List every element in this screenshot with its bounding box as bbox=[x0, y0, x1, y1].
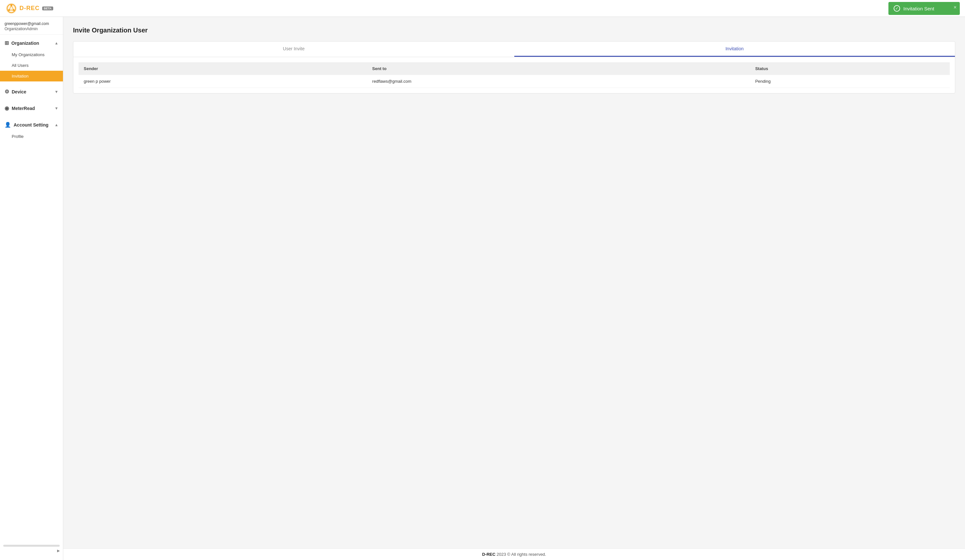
table-container: Sender Sent to Status green p power redf… bbox=[73, 57, 955, 93]
cell-sender: green p power bbox=[79, 75, 367, 88]
account-setting-header[interactable]: 👤 Account Setting ▲ bbox=[0, 118, 63, 131]
meterread-label: MeterRead bbox=[12, 106, 35, 111]
sidebar-scrollbar[interactable] bbox=[3, 545, 60, 547]
col-sender: Sender bbox=[79, 62, 367, 75]
account-setting-icon: 👤 bbox=[5, 122, 11, 128]
footer: D-REC 2023 © All rights reserved. bbox=[63, 548, 965, 560]
table-head: Sender Sent to Status bbox=[79, 62, 950, 75]
page-title: Invite Organization User bbox=[73, 27, 955, 34]
user-email: greenppower@gmail.com bbox=[5, 21, 59, 26]
toast-close-button[interactable]: × bbox=[954, 5, 957, 10]
organization-label: Organization bbox=[11, 41, 39, 46]
logo-area: D-REC BETA bbox=[5, 2, 53, 15]
col-status: Status bbox=[750, 62, 950, 75]
col-sent-to: Sent to bbox=[367, 62, 750, 75]
tab-user-invite[interactable]: User Invite bbox=[73, 41, 514, 57]
device-label: Device bbox=[12, 89, 26, 95]
cell-status: Pending bbox=[750, 75, 950, 88]
navbar: D-REC BETA bbox=[0, 0, 965, 17]
cell-sent-to: redflaws@gmail.com bbox=[367, 75, 750, 88]
meterread-chevron-icon: ▼ bbox=[54, 106, 59, 111]
account-setting-chevron-icon: ▲ bbox=[54, 122, 59, 127]
logo-icon bbox=[5, 2, 18, 15]
invitation-sent-toast: ✓ Invitation Sent × bbox=[888, 2, 960, 15]
organization-icon: ⊞ bbox=[5, 40, 9, 46]
app-name: D-REC bbox=[20, 5, 39, 12]
organization-header[interactable]: ⊞ Organization ▲ bbox=[0, 37, 63, 49]
invitation-table: Sender Sent to Status green p power redf… bbox=[79, 62, 950, 88]
tab-invitation[interactable]: Invitation bbox=[514, 41, 955, 57]
meterread-header[interactable]: ◉ MeterRead ▼ bbox=[0, 102, 63, 114]
table-row: green p power redflaws@gmail.com Pending bbox=[79, 75, 950, 88]
main-content: Invite Organization User User Invite Inv… bbox=[63, 17, 965, 548]
sidebar-item-profile[interactable]: Profile bbox=[0, 131, 63, 142]
organization-section: ⊞ Organization ▲ My Organizations All Us… bbox=[0, 35, 63, 83]
user-role: OrganizationAdmin bbox=[5, 27, 59, 31]
meterread-icon: ◉ bbox=[5, 105, 9, 111]
toast-check-icon: ✓ bbox=[894, 5, 900, 12]
sidebar-item-my-organizations[interactable]: My Organizations bbox=[0, 49, 63, 60]
table-header-row: Sender Sent to Status bbox=[79, 62, 950, 75]
device-chevron-icon: ▼ bbox=[54, 90, 59, 94]
organization-chevron-icon: ▲ bbox=[54, 41, 59, 46]
table-body: green p power redflaws@gmail.com Pending bbox=[79, 75, 950, 88]
sidebar-item-invitation[interactable]: Invitation bbox=[0, 71, 63, 82]
device-header[interactable]: ⚙ Device ▼ bbox=[0, 85, 63, 98]
footer-brand: D-REC bbox=[482, 552, 496, 557]
account-setting-section: 👤 Account Setting ▲ Profile bbox=[0, 116, 63, 144]
invite-card: User Invite Invitation Sender Sent to St bbox=[73, 41, 955, 93]
account-setting-label: Account Setting bbox=[14, 122, 48, 127]
sidebar-item-all-users[interactable]: All Users bbox=[0, 60, 63, 71]
meterread-section: ◉ MeterRead ▼ bbox=[0, 100, 63, 116]
device-icon: ⚙ bbox=[5, 88, 9, 95]
sidebar: greenppower@gmail.com OrganizationAdmin … bbox=[0, 17, 63, 560]
toast-message: Invitation Sent bbox=[903, 6, 934, 11]
user-info: greenppower@gmail.com OrganizationAdmin bbox=[0, 17, 63, 35]
beta-badge: BETA bbox=[42, 7, 53, 10]
layout: greenppower@gmail.com OrganizationAdmin … bbox=[0, 17, 965, 560]
device-section: ⚙ Device ▼ bbox=[0, 83, 63, 100]
sidebar-scroll-arrow: ▶ bbox=[0, 548, 63, 553]
footer-text: 2023 © All rights reserved. bbox=[496, 552, 546, 557]
tabs-header: User Invite Invitation bbox=[73, 41, 955, 57]
